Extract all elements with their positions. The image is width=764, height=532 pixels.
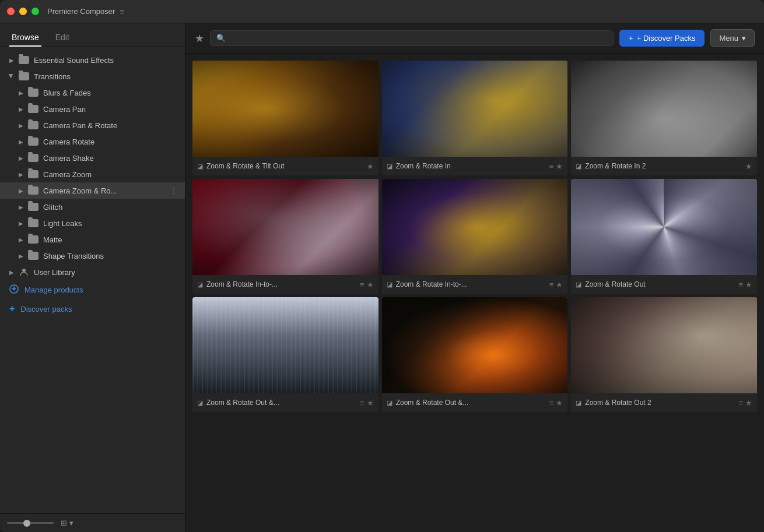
view-dropdown-icon: ▾: [69, 519, 73, 527]
manage-products-label: Manage products: [24, 286, 83, 294]
tab-edit[interactable]: Edit: [53, 29, 72, 47]
view-toggle[interactable]: ⊞ ▾: [61, 519, 73, 527]
sidebar-item-camera-shake[interactable]: ▶ Camera Shake: [0, 150, 185, 166]
item-menu-icon-4[interactable]: ≡: [360, 280, 365, 289]
search-icon: 🔍: [216, 34, 226, 43]
folder-icon: [28, 235, 38, 244]
sidebar-item-light-leaks[interactable]: ▶ Light Leaks: [0, 215, 185, 231]
item-name-7: Zoom & Rotate Out &...: [206, 399, 358, 407]
item-footer-1: ◪ Zoom & Rotate & Tilt Out ★: [192, 157, 379, 175]
folder-icon: [28, 252, 38, 260]
arrow-icon: ▶: [16, 137, 26, 146]
item-name-5: Zoom & Rotate In-to-...: [396, 280, 547, 288]
item-footer-2: ◪ Zoom & Rotate In ≡ ★: [382, 157, 568, 175]
item-menu-icon-7[interactable]: ≡: [360, 399, 365, 407]
sidebar-item-user-library[interactable]: ▶ User Library: [0, 264, 185, 280]
grid-container: ◪ Zoom & Rotate & Tilt Out ★ ◪ Zoom & Ro…: [185, 54, 764, 532]
item-star-1[interactable]: ★: [367, 162, 374, 171]
sidebar-item-essential-sound-effects[interactable]: ▶ Essential Sound Effects: [0, 52, 185, 68]
clip-icon: ◪: [387, 399, 392, 407]
sidebar-item-label: Shape Transitions: [43, 252, 178, 260]
item-menu-icon-5[interactable]: ≡: [549, 280, 554, 289]
item-star-7[interactable]: ★: [367, 399, 374, 407]
grid-item-6[interactable]: ◪ Zoom & Rotate Out ≡ ★: [571, 179, 757, 294]
arrow-icon: ▶: [16, 88, 26, 97]
sidebar-item-matte[interactable]: ▶ Matte: [0, 231, 185, 248]
sidebar-item-label: Camera Shake: [43, 154, 178, 163]
menu-icon[interactable]: ≡: [120, 7, 124, 16]
clip-icon: ◪: [576, 163, 581, 170]
close-button[interactable]: [7, 8, 15, 15]
grid-item-8[interactable]: ◪ Zoom & Rotate Out &... ≡ ★: [382, 297, 568, 412]
minimize-button[interactable]: [19, 8, 27, 15]
sidebar-item-blurs-fades[interactable]: ▶ Blurs & Fades: [0, 84, 185, 101]
filter-star-button[interactable]: ★: [195, 32, 204, 45]
clip-icon: ◪: [197, 399, 203, 407]
grid-item-4[interactable]: ◪ Zoom & Rotate In-to-... ≡ ★: [192, 179, 379, 294]
arrow-icon: ▶: [7, 72, 16, 81]
item-star-9[interactable]: ★: [745, 399, 752, 407]
item-star-6[interactable]: ★: [745, 280, 752, 289]
sidebar-item-camera-zoom[interactable]: ▶ Camera Zoom: [0, 166, 185, 182]
arrow-icon: ▶: [16, 153, 26, 163]
three-dots-icon[interactable]: ⋮: [170, 186, 178, 195]
thumbnail-6: [571, 179, 757, 275]
sidebar-action-discover-packs[interactable]: + Discover packs: [0, 300, 185, 318]
slider-thumb[interactable]: [23, 520, 30, 527]
item-name-6: Zoom & Rotate Out: [585, 280, 736, 288]
item-footer-4: ◪ Zoom & Rotate In-to-... ≡ ★: [192, 275, 379, 294]
menu-chevron-icon: ▾: [742, 34, 746, 43]
sidebar-item-glitch[interactable]: ▶ Glitch: [0, 199, 185, 215]
item-menu-icon-8[interactable]: ≡: [549, 399, 554, 407]
sidebar-item-shape-transitions[interactable]: ▶ Shape Transitions: [0, 248, 185, 264]
item-star-5[interactable]: ★: [556, 280, 563, 289]
thumbnail-3: [571, 61, 757, 157]
zoom-slider[interactable]: [7, 522, 54, 524]
sidebar-item-camera-rotate[interactable]: ▶ Camera Rotate: [0, 133, 185, 150]
item-star-2[interactable]: ★: [556, 162, 563, 171]
sidebar-bottom: ⊞ ▾: [0, 513, 185, 532]
thumbnail-1: [192, 61, 379, 157]
item-star-8[interactable]: ★: [556, 399, 563, 407]
grid-item-2[interactable]: ◪ Zoom & Rotate In ≡ ★: [382, 61, 568, 175]
item-star-4[interactable]: ★: [367, 280, 374, 289]
tab-browse[interactable]: Browse: [9, 29, 41, 47]
grid-item-9[interactable]: ◪ Zoom & Rotate Out 2 ≡ ★: [571, 297, 757, 412]
grid-item-7[interactable]: ◪ Zoom & Rotate Out &... ≡ ★: [192, 297, 379, 412]
thumbnail-7: [192, 297, 379, 393]
item-menu-icon-6[interactable]: ≡: [738, 280, 743, 289]
arrow-icon: ▶: [7, 267, 16, 277]
plus-icon: +: [9, 304, 15, 314]
discover-packs-button[interactable]: + + Discover Packs: [619, 30, 705, 47]
folder-icon: [28, 121, 38, 129]
sidebar-item-transitions[interactable]: ▶ Transitions: [0, 68, 185, 84]
grid-item-1[interactable]: ◪ Zoom & Rotate & Tilt Out ★: [192, 61, 379, 175]
thumbnail-4: [192, 179, 379, 275]
item-footer-6: ◪ Zoom & Rotate Out ≡ ★: [571, 275, 757, 294]
grid-item-3[interactable]: ◪ Zoom & Rotate In 2 ★: [571, 61, 757, 175]
menu-button[interactable]: Menu ▾: [710, 29, 755, 47]
grid-item-5[interactable]: ◪ Zoom & Rotate In-to-... ≡ ★: [382, 179, 568, 294]
item-name-4: Zoom & Rotate In-to-...: [206, 280, 358, 288]
thumbnail-2: [382, 61, 568, 157]
sidebar-item-camera-pan[interactable]: ▶ Camera Pan: [0, 101, 185, 117]
sidebar-action-manage-products[interactable]: Manage products: [0, 280, 185, 300]
discover-plus-icon: +: [629, 34, 633, 43]
title-bar: Premiere Composer ≡: [0, 0, 764, 23]
item-menu-icon-2[interactable]: ≡: [549, 162, 554, 171]
sidebar-item-camera-zoom-rotate[interactable]: ▶ Camera Zoom & Ro... ⋮: [0, 182, 185, 199]
item-footer-5: ◪ Zoom & Rotate In-to-... ≡ ★: [382, 275, 568, 294]
item-menu-icon-9[interactable]: ≡: [738, 399, 743, 407]
thumbnail-9: [571, 297, 757, 393]
person-icon: [19, 268, 29, 276]
item-star-3[interactable]: ★: [745, 162, 752, 171]
sidebar-item-label: Transitions: [34, 72, 178, 81]
folder-icon: [19, 72, 29, 80]
sidebar-item-label: User Library: [34, 268, 178, 277]
search-input[interactable]: [230, 34, 607, 43]
folder-icon: [28, 186, 38, 195]
folder-icon: [28, 105, 38, 113]
folder-icon: [28, 170, 38, 178]
maximize-button[interactable]: [31, 8, 39, 15]
sidebar-item-camera-pan-rotate[interactable]: ▶ Camera Pan & Rotate: [0, 117, 185, 133]
